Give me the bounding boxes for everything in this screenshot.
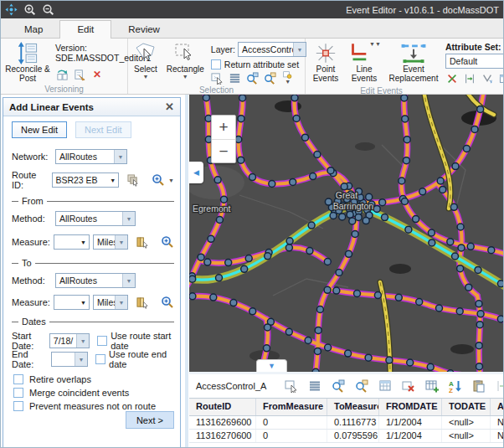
from-unit-dropdown[interactable]: Miles ▼ bbox=[93, 234, 128, 250]
cell-ac: N bbox=[491, 416, 504, 429]
to-select-measure-on-map-icon[interactable] bbox=[136, 296, 149, 309]
from-zoom-icon[interactable] bbox=[161, 235, 174, 249]
select-dropdown-caret[interactable]: ▼ bbox=[142, 74, 148, 80]
table-panel-toggle[interactable]: ▼ bbox=[256, 359, 287, 372]
split-event-icon[interactable] bbox=[445, 72, 459, 85]
line-events-caret[interactable]: ▼▼ bbox=[369, 41, 381, 47]
cell-ac: N bbox=[491, 430, 504, 442]
end-date-combo[interactable]: ▼ bbox=[51, 352, 88, 367]
zoom-in-icon[interactable] bbox=[23, 3, 36, 16]
pan-icon[interactable] bbox=[5, 3, 18, 16]
table-row[interactable]: 11316269600 0 0.1116773 1/1/2004 <null> … bbox=[189, 416, 504, 430]
add-to-table-icon[interactable] bbox=[424, 379, 439, 394]
map-svg[interactable]: Egremont Great Barrington bbox=[189, 95, 504, 372]
layer-dropdown[interactable]: AccessControl_A ▼ bbox=[238, 42, 306, 57]
rectangle-button[interactable]: Rectangle ▼ bbox=[164, 40, 207, 85]
label-great-barrington-1: Great bbox=[336, 190, 357, 200]
col-frommeasure[interactable]: FromMeasure bbox=[256, 399, 327, 415]
selection-options-icon[interactable]: ▼ bbox=[281, 71, 295, 85]
start-date-combo[interactable]: 7/18/ ▼ bbox=[49, 333, 90, 348]
attribute-list-icon[interactable] bbox=[307, 379, 321, 394]
new-edit-button[interactable]: New Edit bbox=[12, 121, 67, 138]
event-replacement-label-1: Event bbox=[403, 64, 424, 74]
select-button[interactable]: Select ▼ bbox=[131, 40, 160, 85]
pan-to-selection-icon[interactable] bbox=[264, 71, 277, 85]
select-route-on-map-icon[interactable] bbox=[127, 173, 140, 187]
from-measure-combo[interactable]: ▼ bbox=[54, 234, 90, 250]
sort-icon[interactable]: AZ bbox=[448, 379, 462, 394]
line-events-button[interactable]: ▼▼ Line Events bbox=[347, 40, 382, 85]
select-label: Select bbox=[134, 64, 157, 74]
paste-icon[interactable] bbox=[471, 379, 486, 394]
from-method-dropdown[interactable]: AllRoutes ▼ bbox=[55, 211, 136, 226]
col-todate[interactable]: TODATE bbox=[442, 399, 491, 415]
attribute-set-dropdown[interactable]: Default ▼ bbox=[445, 54, 504, 69]
reconcile-post-button[interactable]: Reconcile & Post bbox=[4, 40, 51, 84]
translate-event-icon[interactable] bbox=[495, 379, 504, 394]
use-route-end-checkbox[interactable] bbox=[95, 354, 105, 364]
attribute-list-icon[interactable] bbox=[229, 71, 242, 85]
group-selection: Select ▼ Rectangle ▼ Layer: AccessContro… bbox=[128, 39, 306, 94]
route-id-combo[interactable]: BSR23 EB ▼ bbox=[52, 173, 119, 188]
cell-frommeasure: 0 bbox=[256, 430, 327, 442]
tab-map[interactable]: Map bbox=[8, 21, 59, 38]
new-version-icon[interactable] bbox=[73, 68, 86, 81]
route-zoom-icon[interactable] bbox=[152, 173, 165, 187]
to-zoom-icon[interactable] bbox=[161, 296, 174, 309]
change-version-icon[interactable] bbox=[55, 68, 69, 81]
col-fromdate[interactable]: FROMDATE bbox=[379, 399, 442, 415]
map-zoom-out-button[interactable]: − bbox=[212, 139, 235, 162]
map-zoom-in-button[interactable]: + bbox=[212, 116, 235, 139]
pan-to-selection-icon[interactable] bbox=[354, 379, 368, 394]
delete-version-icon[interactable]: ✕ bbox=[90, 68, 104, 81]
selection-options-caret[interactable]: ▼ bbox=[285, 79, 291, 85]
merge-coincident-checkbox[interactable] bbox=[13, 388, 23, 398]
cell-todate: <null> bbox=[442, 416, 491, 429]
table-grid-icon[interactable] bbox=[378, 379, 392, 394]
return-attribute-set-checkbox[interactable] bbox=[211, 59, 221, 70]
table-header-row: RouteID FromMeasure ToMeasure FROMDATE T… bbox=[189, 398, 504, 416]
network-dropdown[interactable]: AllRoutes ▼ bbox=[55, 149, 127, 164]
next-edit-button[interactable]: Next Edit bbox=[75, 121, 131, 138]
select-features-icon[interactable] bbox=[284, 379, 298, 394]
edit-vertices-icon[interactable] bbox=[481, 72, 494, 85]
select-features-icon[interactable] bbox=[211, 71, 224, 85]
use-route-start-label: Use route start date bbox=[111, 331, 174, 351]
route-zoom-caret[interactable]: ▼ bbox=[168, 178, 174, 183]
zoom-to-selection-icon[interactable] bbox=[331, 379, 345, 394]
col-ac[interactable]: AC bbox=[491, 399, 504, 415]
next-button[interactable]: Next > bbox=[126, 411, 174, 429]
clear-selection-icon[interactable] bbox=[401, 379, 415, 394]
point-events-button[interactable]: Point Events bbox=[309, 40, 342, 85]
to-method-dropdown[interactable]: AllRoutes ▼ bbox=[55, 273, 136, 288]
rectangle-dropdown-caret[interactable]: ▼ bbox=[183, 74, 188, 80]
table-row[interactable]: 11316270600 0 0.0795596 1/1/2004 <null> … bbox=[189, 430, 504, 443]
line-events-icon bbox=[347, 42, 369, 64]
prevent-measures-checkbox[interactable] bbox=[13, 401, 23, 411]
from-method-value: AllRoutes bbox=[56, 214, 122, 224]
map-view[interactable]: Egremont Great Barrington ◀ + − ▼ bbox=[189, 95, 504, 372]
collapse-panel-button[interactable]: ◀ bbox=[189, 162, 203, 183]
col-routeid[interactable]: RouteID bbox=[189, 399, 256, 415]
versioning-group-label: Versioning bbox=[4, 84, 124, 95]
to-unit-value: Miles bbox=[94, 297, 115, 307]
tab-review[interactable]: Review bbox=[111, 21, 177, 38]
use-route-start-checkbox[interactable] bbox=[97, 336, 107, 346]
to-measure-combo[interactable]: ▼ bbox=[54, 295, 90, 310]
tab-edit[interactable]: Edit bbox=[59, 20, 111, 39]
translate-event-icon[interactable] bbox=[463, 72, 476, 85]
close-icon[interactable]: ✕ bbox=[165, 101, 174, 112]
retire-overlaps-checkbox[interactable] bbox=[13, 374, 23, 384]
collapse-icon: ◀ bbox=[193, 168, 199, 177]
panel-splitter[interactable] bbox=[185, 95, 188, 448]
col-tomeasure[interactable]: ToMeasure bbox=[327, 399, 379, 415]
from-select-measure-on-map-icon[interactable] bbox=[136, 235, 149, 249]
network-label: Network: bbox=[12, 152, 52, 162]
attribute-window-icon[interactable] bbox=[498, 72, 504, 85]
event-replacement-button[interactable]: Event Replacement bbox=[386, 40, 441, 85]
to-unit-dropdown[interactable]: Miles ▼ bbox=[93, 295, 128, 310]
zoom-out-icon[interactable] bbox=[42, 3, 54, 16]
line-events-label-2: Events bbox=[352, 74, 378, 83]
table-layer-selector[interactable]: AccessControl_A bbox=[196, 381, 266, 391]
zoom-to-selection-icon[interactable] bbox=[246, 71, 260, 85]
